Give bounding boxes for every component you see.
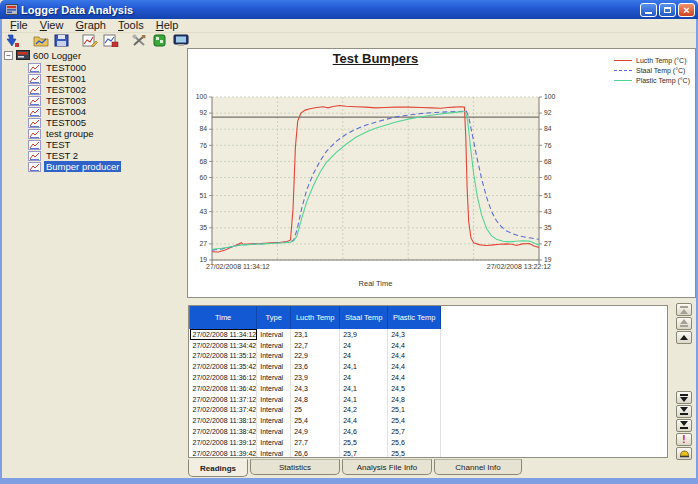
table-cell-plastic-temp[interactable]: 24,3 (388, 329, 441, 340)
column-header-type[interactable]: Type (257, 306, 291, 329)
menu-view[interactable]: View (34, 19, 70, 32)
tab-statistics[interactable]: Statistics (250, 459, 340, 475)
minimize-button[interactable] (640, 3, 657, 17)
table-cell-plastic-temp[interactable]: 24,4 (388, 340, 441, 351)
table-cell-staal-temp[interactable]: 24,1 (340, 394, 388, 405)
table-cell-type[interactable]: Interval (257, 383, 291, 394)
table-cell-plastic-temp[interactable]: 25,4 (388, 415, 441, 426)
table-cell-type[interactable]: Interval (257, 351, 291, 362)
table-cell-plastic-temp[interactable]: 24,4 (388, 372, 441, 383)
table-cell-lucth-temp[interactable]: 22,9 (291, 351, 340, 362)
table-cell-staal-temp[interactable]: 24 (340, 351, 388, 362)
menu-file[interactable]: File (4, 19, 34, 32)
table-cell-plastic-temp[interactable]: 24,8 (388, 394, 441, 405)
table-cell-lucth-temp[interactable]: 25,4 (291, 415, 340, 426)
table-cell-lucth-temp[interactable]: 24,9 (291, 426, 340, 437)
open-analysis-file-button[interactable] (31, 33, 50, 48)
table-cell-lucth-temp[interactable]: 23,1 (291, 329, 340, 340)
row-up-button[interactable] (676, 331, 692, 344)
scroll-last-button[interactable] (676, 419, 692, 432)
tree-item-test-2[interactable]: TEST 2 (4, 150, 184, 161)
table-cell-type[interactable]: Interval (257, 361, 291, 372)
close-button[interactable]: × (678, 3, 695, 17)
alarm-warning-button[interactable]: ! (676, 433, 692, 446)
column-header-plastic-temp[interactable]: Plastic Temp (388, 306, 441, 329)
page-down-button[interactable] (676, 405, 692, 418)
tree-item-test001[interactable]: TEST001 (4, 73, 184, 84)
tree-item-test005[interactable]: TEST005 (4, 117, 184, 128)
table-cell-time[interactable]: 27/02/2008 11:34:42 (190, 340, 257, 351)
table-cell-time[interactable]: 27/02/2008 11:38:12 (190, 415, 257, 426)
table-cell-type[interactable]: Interval (257, 426, 291, 437)
table-cell-type[interactable]: Interval (257, 405, 291, 416)
table-cell-plastic-temp[interactable]: 24,4 (388, 351, 441, 362)
tree-item-test003[interactable]: TEST003 (4, 95, 184, 106)
table-cell-lucth-temp[interactable]: 27,7 (291, 437, 340, 448)
table-cell-lucth-temp[interactable]: 22,7 (291, 340, 340, 351)
tree-item-test-groupe[interactable]: test groupe (4, 128, 184, 139)
tree-item-test[interactable]: TEST (4, 139, 184, 150)
tree-item-test002[interactable]: TEST002 (4, 84, 184, 95)
alarm-bell-button[interactable] (676, 447, 692, 460)
row-down-button[interactable] (676, 391, 692, 404)
tree-item-test004[interactable]: TEST004 (4, 106, 184, 117)
export-button[interactable] (150, 33, 169, 48)
table-cell-time[interactable]: 27/02/2008 11:37:42 (190, 405, 257, 416)
menu-help[interactable]: Help (150, 19, 185, 32)
table-cell-plastic-temp[interactable]: 25,7 (388, 426, 441, 437)
table-cell-staal-temp[interactable]: 24,2 (340, 405, 388, 416)
restore-button[interactable] (659, 3, 676, 17)
print-graph-button[interactable] (101, 33, 120, 48)
table-cell-staal-temp[interactable]: 23,9 (340, 329, 388, 340)
table-cell-time[interactable]: 27/02/2008 11:38:42 (190, 426, 257, 437)
table-cell-type[interactable]: Interval (257, 415, 291, 426)
table-cell-time[interactable]: 27/02/2008 11:39:12 (190, 437, 257, 448)
table-cell-staal-temp[interactable]: 25,5 (340, 437, 388, 448)
column-header-time[interactable]: Time (190, 306, 257, 329)
menu-graph[interactable]: Graph (69, 19, 112, 32)
tab-channel-info[interactable]: Channel Info (434, 459, 522, 475)
column-header-staal-temp[interactable]: Staal Temp (340, 306, 388, 329)
table-cell-staal-temp[interactable]: 24,6 (340, 426, 388, 437)
display-setup-button[interactable] (171, 33, 190, 48)
download-logger-data-button[interactable] (3, 33, 22, 48)
table-cell-staal-temp[interactable]: 24,1 (340, 361, 388, 372)
tree-item-bumper-producer[interactable]: Bumper producer (4, 161, 184, 172)
table-cell-staal-temp[interactable]: 24 (340, 372, 388, 383)
table-cell-lucth-temp[interactable]: 24,8 (291, 394, 340, 405)
tab-readings[interactable]: Readings (188, 459, 248, 477)
scroll-first-button[interactable] (676, 303, 692, 316)
table-cell-lucth-temp[interactable]: 25 (291, 405, 340, 416)
collapse-icon[interactable]: − (4, 51, 13, 60)
table-cell-plastic-temp[interactable]: 24,5 (388, 383, 441, 394)
table-cell-time[interactable]: 27/02/2008 11:34:12 (190, 329, 257, 340)
table-cell-plastic-temp[interactable]: 25,5 (388, 448, 441, 458)
table-cell-staal-temp[interactable]: 25,7 (340, 448, 388, 458)
menu-tools[interactable]: Tools (112, 19, 150, 32)
table-cell-time[interactable]: 27/02/2008 11:36:12 (190, 372, 257, 383)
tree-item-test000[interactable]: TEST000 (4, 62, 184, 73)
edit-graph-button[interactable] (80, 33, 99, 48)
table-cell-time[interactable]: 27/02/2008 11:37:12 (190, 394, 257, 405)
table-cell-staal-temp[interactable]: 24,4 (340, 415, 388, 426)
table-cell-plastic-temp[interactable]: 25,6 (388, 437, 441, 448)
table-cell-time[interactable]: 27/02/2008 11:39:42 (190, 448, 257, 458)
tools-options-button[interactable] (129, 33, 148, 48)
table-cell-lucth-temp[interactable]: 24,3 (291, 383, 340, 394)
tree-root-600-logger[interactable]: − 600 Logger (4, 49, 184, 61)
table-cell-plastic-temp[interactable]: 24,4 (388, 361, 441, 372)
table-cell-type[interactable]: Interval (257, 448, 291, 458)
table-cell-type[interactable]: Interval (257, 329, 291, 340)
table-cell-lucth-temp[interactable]: 26,6 (291, 448, 340, 458)
table-cell-staal-temp[interactable]: 24 (340, 340, 388, 351)
table-cell-plastic-temp[interactable]: 25,1 (388, 405, 441, 416)
tab-analysis-file-info[interactable]: Analysis File Info (342, 459, 432, 475)
table-cell-time[interactable]: 27/02/2008 11:36:42 (190, 383, 257, 394)
table-cell-type[interactable]: Interval (257, 437, 291, 448)
table-cell-staal-temp[interactable]: 24,1 (340, 383, 388, 394)
table-cell-type[interactable]: Interval (257, 394, 291, 405)
table-cell-type[interactable]: Interval (257, 340, 291, 351)
table-cell-time[interactable]: 27/02/2008 11:35:42 (190, 361, 257, 372)
table-cell-lucth-temp[interactable]: 23,6 (291, 361, 340, 372)
table-cell-time[interactable]: 27/02/2008 11:35:12 (190, 351, 257, 362)
